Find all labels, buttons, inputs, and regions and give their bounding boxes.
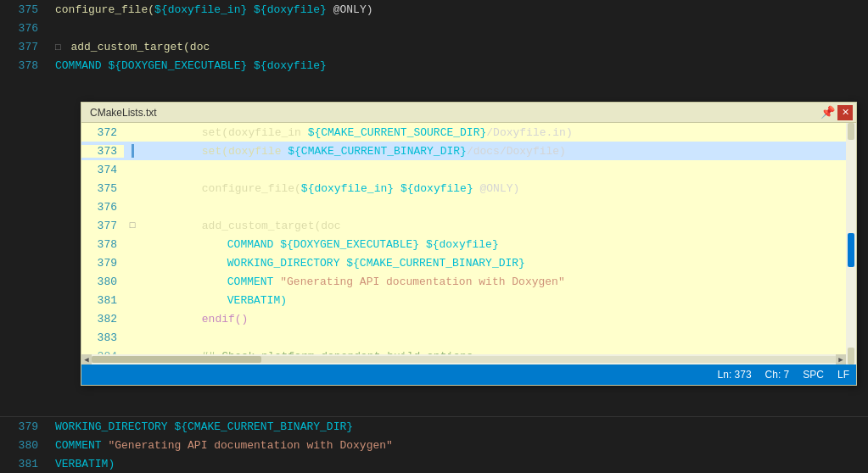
- main-editor: 375 configure_file(${doxyfile_in} ${doxy…: [0, 0, 868, 473]
- popup-line-381: 381 VERBATIM): [81, 291, 856, 309]
- popup-line-382: 382 endif(): [81, 309, 856, 328]
- popup-horizontal-scrollbar[interactable]: ◀ ▶: [81, 354, 846, 364]
- popup-line-375: 375 configure_file(${doxyfile_in} ${doxy…: [81, 179, 856, 198]
- popup-line-376: 376: [81, 198, 856, 216]
- status-line: Ln: 373: [718, 369, 752, 381]
- bg-line-378: 378 COMMAND ${DOXYGEN_EXECUTABLE} ${doxy…: [0, 56, 868, 75]
- popup-vertical-scrollbar[interactable]: [846, 123, 856, 364]
- pin-icon[interactable]: 📌: [820, 106, 834, 120]
- popup-code-area: 372 set(doxyfile_in ${CMAKE_CURRENT_SOUR…: [81, 123, 856, 364]
- bottom-line-381: 381 VERBATIM): [0, 454, 868, 473]
- popup-line-378: 378 COMMAND ${DOXYGEN_EXECUTABLE} ${doxy…: [81, 235, 856, 253]
- hscroll-track: [92, 356, 836, 363]
- scrollbar-thumb[interactable]: [848, 233, 854, 267]
- popup-line-372: 372 set(doxyfile_in ${CMAKE_CURRENT_SOUR…: [81, 123, 856, 142]
- popup-titlebar: CMakeLists.txt 📌 ✕: [81, 103, 856, 123]
- status-enc: SPC: [803, 369, 824, 381]
- hscroll-left-arrow[interactable]: ◀: [81, 354, 92, 364]
- bg-line-376: 376: [0, 19, 868, 37]
- hscroll-right-arrow[interactable]: ▶: [836, 354, 846, 364]
- bottom-line-379: 379 WORKING_DIRECTORY ${CMAKE_CURRENT_BI…: [0, 417, 868, 436]
- popup-line-373: 373 set(doxyfile ${CMAKE_CURRENT_BINARY_…: [81, 142, 856, 160]
- popup-line-380: 380 COMMENT "Generating API documentatio…: [81, 272, 856, 291]
- bottom-line-380: 380 COMMENT "Generating API documentatio…: [0, 436, 868, 454]
- popup-line-374: 374: [81, 160, 856, 179]
- popup-collapse-icon-377[interactable]: □: [130, 220, 136, 231]
- popup-title: CMakeLists.txt: [90, 107, 157, 119]
- popup-preview: CMakeLists.txt 📌 ✕ 372 set(doxyfile_in $…: [81, 102, 857, 386]
- status-eol: LF: [837, 369, 849, 381]
- bg-code-area: 375 configure_file(${doxyfile_in} ${doxy…: [0, 0, 868, 75]
- hscroll-thumb[interactable]: [92, 356, 261, 363]
- bg-line-377: 377 □ add_custom_target(doc: [0, 37, 868, 56]
- collapse-icon-377[interactable]: □: [55, 42, 61, 53]
- bg-line-375: 375 configure_file(${doxyfile_in} ${doxy…: [0, 0, 868, 19]
- scrollbar-thumb-top[interactable]: [848, 123, 854, 140]
- status-col: Ch: 7: [765, 369, 790, 381]
- scrollbar-thumb-bottom[interactable]: [848, 348, 854, 364]
- popup-close-button[interactable]: ✕: [837, 105, 853, 120]
- popup-statusbar: Ln: 373 Ch: 7 SPC LF: [81, 364, 856, 385]
- popup-line-379: 379 WORKING_DIRECTORY ${CMAKE_CURRENT_BI…: [81, 253, 856, 272]
- popup-line-377: 377 □ add_custom_target(doc: [81, 216, 856, 235]
- popup-line-383: 383: [81, 328, 856, 347]
- bottom-editor-area: 379 WORKING_DIRECTORY ${CMAKE_CURRENT_BI…: [0, 416, 868, 473]
